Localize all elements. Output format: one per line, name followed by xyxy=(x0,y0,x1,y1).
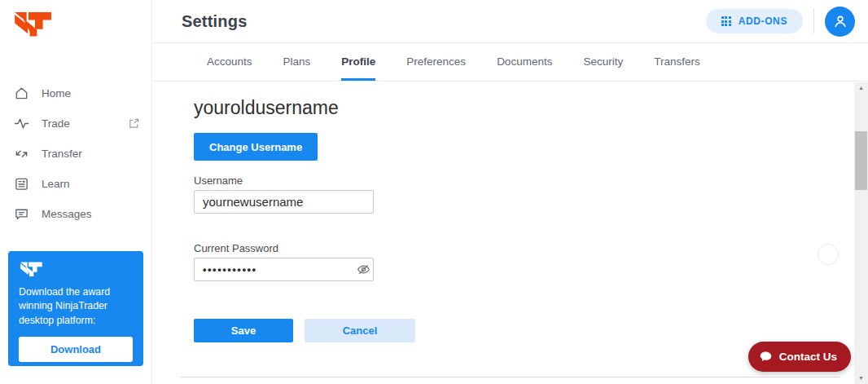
chat-bubble-icon xyxy=(759,350,773,364)
person-icon xyxy=(831,12,849,30)
scrollbar-thumb[interactable] xyxy=(855,131,867,190)
eye-off-icon xyxy=(356,263,371,276)
nt-logo-icon xyxy=(12,10,51,37)
add-ons-label: ADD-ONS xyxy=(739,15,787,27)
sidebar-item-learn[interactable]: Learn xyxy=(0,169,151,199)
settings-tabbar: Accounts Plans Profile Preferences Docum… xyxy=(153,44,868,82)
sidebar-item-messages[interactable]: Messages xyxy=(0,199,151,229)
sidebar-nav: Home Trade Transfer xyxy=(0,78,151,229)
sidebar-item-transfer[interactable]: Transfer xyxy=(0,139,151,169)
promo-text: Download the award winning NinjaTrader d… xyxy=(19,285,133,328)
settings-page: Home Trade Transfer xyxy=(0,0,868,384)
current-password-label: Current Password xyxy=(194,242,278,254)
section-divider xyxy=(181,377,840,377)
tab-documents[interactable]: Documents xyxy=(497,55,552,81)
download-button[interactable]: Download xyxy=(19,337,133,362)
sidebar-item-home[interactable]: Home xyxy=(0,78,151,108)
scroll-down-arrow-icon[interactable]: ▼ xyxy=(854,373,868,384)
ninjatrader-logo[interactable] xyxy=(12,10,51,40)
transfer-icon xyxy=(14,146,29,161)
external-link-icon xyxy=(128,117,140,130)
change-username-button[interactable]: Change Username xyxy=(194,133,318,161)
grid-icon xyxy=(721,16,731,26)
header-divider xyxy=(813,9,814,33)
cancel-button[interactable]: Cancel xyxy=(305,319,415,342)
tab-transfers[interactable]: Transfers xyxy=(654,55,700,81)
contact-us-button[interactable]: Contact Us xyxy=(748,342,851,372)
nt-logo-white-icon xyxy=(19,261,42,276)
current-username-heading: youroldusername xyxy=(194,97,339,119)
sidebar-item-label: Messages xyxy=(42,208,92,220)
messages-icon xyxy=(14,206,29,222)
sidebar-item-label: Trade xyxy=(42,117,70,130)
sidebar-item-label: Transfer xyxy=(42,148,82,160)
user-avatar[interactable] xyxy=(825,7,855,37)
trade-icon xyxy=(14,116,29,131)
tab-plans[interactable]: Plans xyxy=(283,55,311,81)
sidebar-item-label: Learn xyxy=(42,178,70,190)
username-label: Username xyxy=(194,174,243,187)
download-promo-card: Download the award winning NinjaTrader d… xyxy=(8,251,143,366)
page-title: Settings xyxy=(182,12,248,31)
main-header: Settings ADD-ONS xyxy=(153,0,868,43)
tab-preferences[interactable]: Preferences xyxy=(406,55,466,81)
add-ons-button[interactable]: ADD-ONS xyxy=(706,9,803,33)
header-actions: ADD-ONS xyxy=(706,7,855,37)
username-input[interactable] xyxy=(194,190,374,214)
scroll-up-arrow-icon[interactable]: ▲ xyxy=(854,82,868,94)
toggle-password-visibility-button[interactable] xyxy=(355,263,371,277)
sidebar: Home Trade Transfer xyxy=(0,0,152,384)
current-password-input[interactable] xyxy=(194,258,374,281)
sidebar-item-label: Home xyxy=(42,87,71,99)
save-button[interactable]: Save xyxy=(194,319,293,342)
vertical-scrollbar[interactable]: ▲ ▼ xyxy=(854,82,868,384)
tab-profile[interactable]: Profile xyxy=(341,55,375,81)
profile-panel: youroldusername Change Username Username… xyxy=(153,82,854,384)
tab-accounts[interactable]: Accounts xyxy=(207,55,252,81)
sidebar-item-trade[interactable]: Trade xyxy=(0,108,151,139)
contact-us-label: Contact Us xyxy=(779,351,837,363)
loading-spinner xyxy=(818,244,839,265)
learn-icon xyxy=(14,176,29,192)
home-icon xyxy=(14,86,29,101)
tab-security[interactable]: Security xyxy=(583,55,623,81)
